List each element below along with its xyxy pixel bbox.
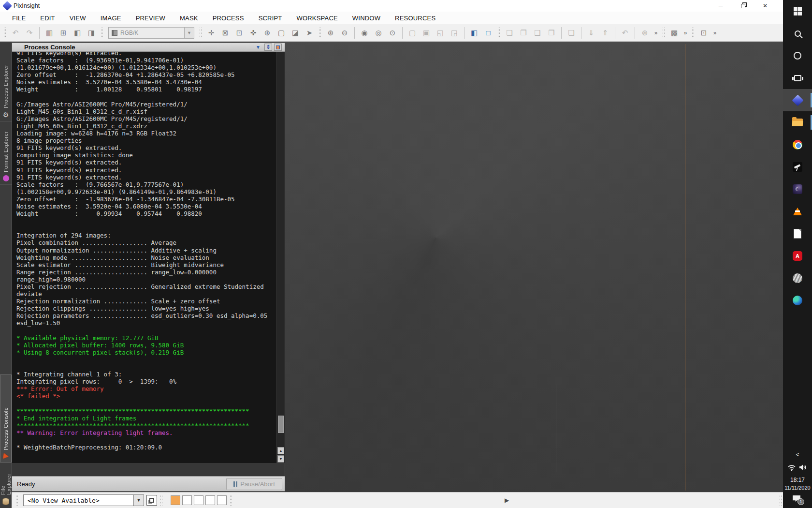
console-scrollbar[interactable]: ▲ ▼ — [276, 52, 285, 463]
action-center-button[interactable]: 1 — [793, 495, 802, 503]
new-process-icon-icon[interactable]: ❏ — [503, 27, 516, 39]
pan-mode-icon[interactable]: ✜ — [247, 27, 260, 39]
new-image-icon[interactable]: ⊞ — [57, 27, 70, 39]
expand-view-icon[interactable]: ⊠ — [219, 27, 232, 39]
start-button[interactable] — [783, 0, 812, 22]
console-menu-button[interactable]: ▼ — [256, 45, 261, 50]
menu-window[interactable]: WINDOW — [345, 15, 388, 22]
menu-mask[interactable]: MASK — [173, 15, 205, 22]
menu-script[interactable]: SCRIPT — [251, 15, 290, 22]
taskbar-clock[interactable]: 18:17 11/11/2020 — [784, 477, 810, 491]
console-titlebar[interactable]: Process Console ▼ ⇕ — [12, 43, 285, 52]
menu-preview[interactable]: PREVIEW — [129, 15, 173, 22]
save-process-icons-icon[interactable]: ⇑ — [599, 27, 611, 39]
save-image-icon[interactable]: ◧ — [71, 27, 84, 39]
clone-process-icon-icon[interactable]: ❑ — [531, 27, 544, 39]
load-process-icons-icon[interactable]: ⇓ — [585, 27, 597, 39]
select-all-previews-icon[interactable]: ▣ — [420, 27, 433, 39]
taskbar-acrobat-button[interactable]: A — [783, 245, 812, 267]
zoom-in-icon[interactable]: ⊕ — [324, 27, 337, 39]
scroll-up-button[interactable]: ▲ — [277, 447, 284, 454]
search-button[interactable] — [783, 22, 812, 45]
view-selector[interactable]: <No View Available> ▼ — [23, 494, 144, 506]
maximize-button[interactable] — [736, 1, 750, 11]
rgbk-selector[interactable]: RGB/K ▼ — [108, 27, 194, 39]
taskbar-explorer-button[interactable] — [783, 111, 812, 134]
console-line: Range rejection .................... ran… — [16, 269, 276, 276]
minimize-button[interactable]: ─ — [713, 1, 728, 11]
menu-edit[interactable]: EDIT — [33, 15, 62, 22]
screen-setup-icon[interactable]: ⊡ — [697, 27, 710, 39]
toolbar-overflow-chevron[interactable]: » — [711, 30, 718, 36]
menu-workspace[interactable]: WORKSPACE — [290, 15, 345, 22]
tray-expand-chevron[interactable]: < — [796, 451, 799, 458]
readout-mode-icon[interactable]: ➤ — [303, 27, 316, 39]
tab-process-console[interactable]: Process Console — [0, 374, 12, 463]
process-icons-settings-icon[interactable]: ⊛ — [638, 27, 651, 39]
fit-window-icon[interactable]: □ — [482, 27, 494, 39]
play-button[interactable]: ▶ — [505, 497, 509, 504]
image-identifier-icon[interactable]: ▥ — [43, 27, 56, 39]
zoom-to-fit-icon[interactable]: ◎ — [372, 27, 385, 39]
browse-process-icons-icon[interactable]: ❏ — [565, 27, 578, 39]
color-swatch-white[interactable] — [182, 495, 192, 505]
workspace-texture-icon[interactable]: ▩ — [668, 27, 681, 39]
color-swatch-white[interactable] — [194, 495, 203, 505]
color-swatch-white[interactable] — [217, 495, 227, 505]
taskbar-chrome-button[interactable] — [783, 134, 812, 156]
taskbar-pixinsight-button[interactable] — [783, 89, 812, 111]
console-shade-button[interactable]: ⇕ — [264, 44, 272, 51]
select-preview-icon[interactable]: ▢ — [406, 27, 419, 39]
wifi-icon[interactable] — [788, 464, 796, 471]
toolbar-overflow-chevron[interactable]: » — [652, 30, 659, 36]
taskbar-sgp-button[interactable]: Pro — [783, 267, 812, 289]
chevron-down-icon[interactable]: ▼ — [184, 28, 194, 38]
menu-view[interactable]: VIEW — [62, 15, 93, 22]
maximize-preview-icon[interactable]: ◱ — [434, 27, 447, 39]
edit-process-icon-icon[interactable]: ❐ — [517, 27, 530, 39]
zoom-1-1-icon[interactable]: ◉ — [358, 27, 371, 39]
cortana-button[interactable] — [783, 45, 812, 67]
color-swatch-orange[interactable] — [171, 495, 180, 505]
center-view-icon[interactable]: ⊕ — [261, 27, 274, 39]
menu-image[interactable]: IMAGE — [93, 15, 129, 22]
new-view-window-button[interactable] — [146, 495, 157, 506]
taskbar-stellarium-button[interactable]: ☾ — [783, 178, 812, 200]
add-process-icon-icon[interactable]: ❒ — [545, 27, 558, 39]
taskbar-telescope-button[interactable] — [783, 156, 812, 178]
toolbar-overflow-chevron[interactable]: » — [682, 30, 689, 36]
console-dock-button[interactable] — [274, 44, 282, 51]
pause-abort-button[interactable]: Pause/Abort — [226, 478, 282, 490]
menu-file[interactable]: FILE — [5, 15, 33, 22]
new-preview-mode-icon[interactable]: ▢ — [275, 27, 288, 39]
zoom-out-icon[interactable]: ⊖ — [338, 27, 351, 39]
tab-file-explorer[interactable]: File Explorer — [0, 463, 12, 508]
taskbar-vlc-button[interactable] — [783, 200, 812, 223]
taskbar-libreoffice-button[interactable] — [783, 223, 812, 245]
color-swatch-white[interactable] — [205, 495, 215, 505]
scroll-down-button[interactable]: ▼ — [277, 455, 284, 463]
undo-icon[interactable]: ↶ — [9, 27, 22, 39]
grip-handle — [497, 27, 500, 39]
rgbk-label: RGB/K — [120, 30, 184, 36]
close-button[interactable]: ✕ — [758, 1, 772, 11]
restore-process-icons-icon[interactable]: ↶ — [619, 27, 631, 39]
edit-preview-mode-icon[interactable]: ◪ — [289, 27, 302, 39]
volume-icon[interactable] — [799, 464, 807, 471]
save-image-as-icon[interactable]: ◨ — [85, 27, 98, 39]
contract-view-icon[interactable]: ⊡ — [233, 27, 246, 39]
maximize-window-icon[interactable]: ◧ — [468, 27, 480, 39]
taskbar-edge-button[interactable] — [783, 289, 812, 312]
menu-process[interactable]: PROCESS — [205, 15, 251, 22]
menu-resources[interactable]: RESOURCES — [388, 15, 443, 22]
delete-preview-icon[interactable]: ◲ — [448, 27, 461, 39]
scrollbar-track[interactable] — [277, 52, 285, 447]
track-view-icon[interactable]: ✛ — [205, 27, 218, 39]
chevron-down-icon[interactable]: ▼ — [133, 495, 144, 506]
zoom-to-optimal-icon[interactable]: ⊙ — [386, 27, 399, 39]
tab-format-explorer[interactable]: Format Explorer — [0, 122, 12, 185]
scrollbar-thumb[interactable] — [278, 416, 284, 433]
tab-process-explorer[interactable]: Process Explorer ⚙ — [0, 42, 12, 122]
redo-icon[interactable]: ↷ — [23, 27, 36, 39]
task-view-button[interactable] — [783, 67, 812, 89]
